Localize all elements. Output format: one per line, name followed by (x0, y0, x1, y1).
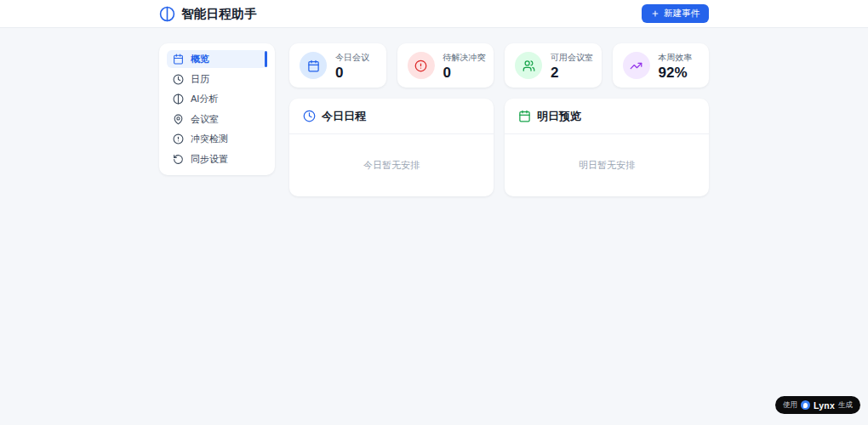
stat-label: 本周效率 (659, 52, 693, 64)
panel-tomorrow-preview: 明日预览 明日暂无安排 (505, 99, 709, 196)
badge-prefix: 使用 (783, 400, 797, 411)
new-event-button-label: 新建事件 (664, 8, 700, 20)
clock-icon (173, 74, 184, 85)
stat-label: 待解决冲突 (443, 52, 486, 64)
stat-value: 0 (335, 65, 369, 80)
ai-circle-icon (173, 94, 184, 105)
stat-value: 92% (659, 65, 693, 80)
empty-text: 明日暂无安排 (579, 159, 635, 172)
calendar-icon (173, 54, 184, 65)
sidebar-item-label: 同步设置 (191, 153, 228, 166)
sidebar-item-sync-settings[interactable]: 同步设置 (167, 150, 267, 168)
panel-title: 明日预览 (537, 109, 581, 124)
sidebar-item-label: 日历 (191, 73, 209, 86)
sidebar-item-label: 冲突检测 (191, 133, 228, 145)
alert-circle-icon (173, 133, 184, 144)
stat-value: 2 (551, 65, 593, 80)
calendar-icon (300, 52, 327, 79)
panel-empty-state: 今日暂无安排 (289, 134, 494, 196)
stats-row: 今日会议 0 待解决冲突 0 (289, 43, 709, 88)
stat-card-today-meetings: 今日会议 0 (289, 43, 386, 88)
sidebar-item-calendar[interactable]: 日历 (167, 71, 267, 88)
app-logo-icon (159, 6, 175, 22)
sidebar-item-ai-analysis[interactable]: AI分析 (167, 90, 267, 108)
panel-header: 明日预览 (505, 99, 709, 134)
stat-label: 今日会议 (335, 52, 369, 64)
sync-icon (173, 154, 184, 165)
plus-icon (651, 9, 660, 18)
stat-card-weekly-efficiency: 本周效率 92% (613, 43, 710, 88)
stat-label: 可用会议室 (551, 52, 593, 64)
panel-header: 今日日程 (289, 99, 494, 134)
panels-row: 今日日程 今日暂无安排 明日预览 明日暂无安排 (289, 99, 709, 196)
trending-up-icon (623, 52, 650, 79)
lynx-logo-icon (801, 400, 810, 410)
sidebar: 概览 日历 AI分析 会议室 冲突检测 (159, 43, 275, 175)
lynx-badge[interactable]: 使用 Lynx 生成 (775, 396, 860, 414)
sidebar-item-conflict-detection[interactable]: 冲突检测 (167, 130, 267, 148)
panel-title: 今日日程 (322, 109, 366, 124)
sidebar-item-label: 概览 (191, 53, 209, 65)
new-event-button[interactable]: 新建事件 (642, 4, 709, 23)
main-content: 今日会议 0 待解决冲突 0 (289, 43, 709, 196)
app-title: 智能日程助手 (181, 6, 257, 22)
sidebar-item-meeting-rooms[interactable]: 会议室 (167, 110, 267, 128)
stat-card-unresolved-conflicts: 待解决冲突 0 (397, 43, 494, 88)
empty-text: 今日暂无安排 (363, 159, 420, 172)
panel-today-schedule: 今日日程 今日暂无安排 (289, 99, 494, 196)
brand: 智能日程助手 (159, 6, 257, 22)
clock-icon (303, 110, 316, 122)
alert-circle-icon (408, 52, 435, 79)
users-icon (515, 52, 542, 79)
badge-suffix: 生成 (838, 400, 853, 411)
calendar-icon (518, 110, 531, 122)
sidebar-item-label: AI分析 (191, 93, 218, 105)
stat-card-available-rooms: 可用会议室 2 (505, 43, 602, 88)
panel-empty-state: 明日暂无安排 (505, 134, 709, 196)
map-pin-icon (173, 114, 184, 125)
badge-brand: Lynx (814, 400, 835, 411)
sidebar-item-overview[interactable]: 概览 (167, 50, 267, 68)
stat-value: 0 (443, 65, 486, 80)
sidebar-item-label: 会议室 (191, 113, 219, 126)
app-header: 智能日程助手 新建事件 (0, 0, 868, 28)
